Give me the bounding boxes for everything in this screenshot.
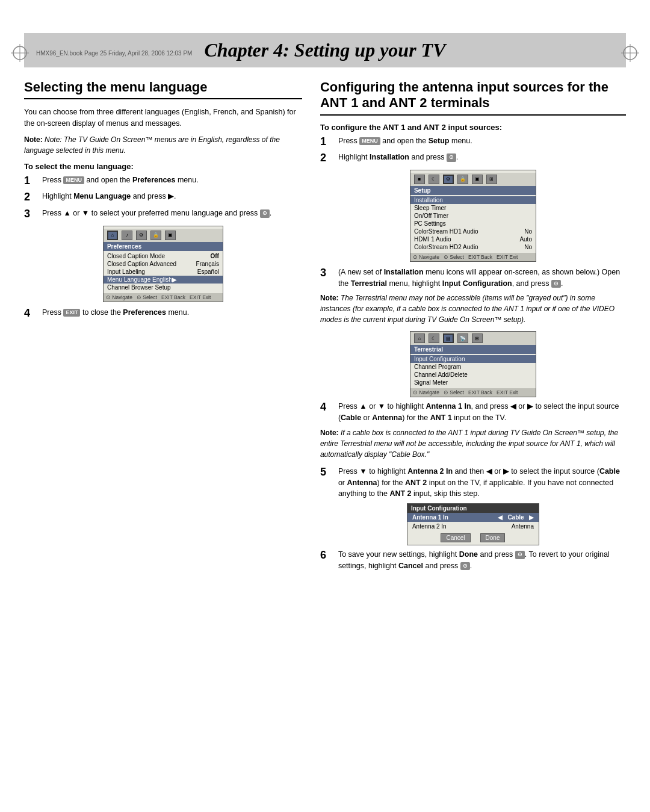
screen-row-4-highlighted: Menu Language English▶ <box>104 276 223 284</box>
s-icon-4: 🔒 <box>457 175 468 184</box>
step-1: 1 Press MENU and open the Preferences me… <box>24 175 302 188</box>
screen-row-2: Closed Caption AdvancedFrançais <box>104 260 223 268</box>
terr-ch-prog: Channel Program <box>410 363 536 371</box>
s-icon-6: ⊞ <box>486 175 497 184</box>
ok-kbd-1: ⊙ <box>260 209 270 218</box>
step-4-num: 4 <box>24 307 37 320</box>
t-icon-2: ☾ <box>429 333 439 343</box>
screen-icon-lock: 🔒 <box>150 231 161 240</box>
menu-kbd: MENU <box>63 176 84 185</box>
two-col-layout: Selecting the menu language You can choo… <box>24 79 626 575</box>
right-step-6-num: 6 <box>320 549 333 562</box>
step4-list: 4 Press EXIT to close the Preferences me… <box>24 307 302 320</box>
setup-row-cs1: ColorStream HD1 AudioNo <box>410 228 536 235</box>
terr-icons-row: ⌂ ☾ ▤ 📡 ⊞ <box>410 332 536 345</box>
step-2: 2 Highlight Menu Language and press ▶. <box>24 191 302 204</box>
step-3-num: 3 <box>24 208 37 221</box>
t-icon-5: ⊞ <box>472 333 483 343</box>
right-step-6-list: 6 To save your new settings, highlight D… <box>320 549 626 572</box>
right-step-3-content: (A new set of Installation menu icons wi… <box>338 267 626 290</box>
step-3: 3 Press ▲ or ▼ to select your preferred … <box>24 208 302 221</box>
terr-title: Terrestrial <box>410 345 536 354</box>
s-icon-5: ▣ <box>472 175 483 184</box>
done-btn: Done <box>480 533 506 542</box>
setup-row-onoff: On/Off Timer <box>410 212 536 220</box>
terr-input-config: Input Configuration <box>410 355 536 363</box>
left-sub-heading: To select the menu language: <box>24 162 302 171</box>
right-note-1: Note: The Terrestrial menu may not be ac… <box>320 293 626 325</box>
corner-mark-tl <box>11 44 29 62</box>
right-step-2-content: Highlight Installation and press ⊙. <box>338 152 626 163</box>
right-note-2: Note: If a cable box is connected to the… <box>320 427 626 460</box>
screen-icon-gear: ⚙ <box>136 231 147 240</box>
terr-nav: ⊙ Navigate ⊙ Select EXIT Back EXIT Exit <box>410 388 536 397</box>
right-step-3: 3 (A new set of Installation menu icons … <box>320 267 626 290</box>
step-1-content: Press MENU and open the Preferences menu… <box>42 175 302 186</box>
input-config-title: Input Configuration <box>407 504 539 513</box>
preferences-screen: ⌂ ♪ ⚙ 🔒 ▣ Preferences Closed Caption Mod… <box>103 226 223 302</box>
right-step-6-content: To save your new settings, highlight Don… <box>338 549 626 572</box>
step-2-content: Highlight Menu Language and press ▶. <box>42 191 302 202</box>
step-4-content: Press EXIT to close the Preferences menu… <box>42 307 302 318</box>
screen-icon-music: ♪ <box>122 231 132 240</box>
t-icon-4: 📡 <box>457 333 468 343</box>
right-step-6: 6 To save your new settings, highlight D… <box>320 549 626 572</box>
right-column: Configuring the antenna input sources fo… <box>320 79 626 575</box>
right-step-4: 4 Press ▲ or ▼ to highlight Antenna 1 In… <box>320 401 626 424</box>
input-config-screen: Input Configuration Antenna 1 In ◀ Cable… <box>407 503 539 545</box>
input-config-btn-row: Cancel Done <box>407 531 539 545</box>
input-config-ant2-row: Antenna 2 In Antenna <box>407 522 539 531</box>
ok-kbd-r6: ⊙ <box>515 551 525 559</box>
right-sub-heading: To configure the ANT 1 and ANT 2 input s… <box>320 123 626 132</box>
setup-icons-row: ■ ☾ ⚙ 🔒 ▣ ⊞ <box>410 173 536 186</box>
right-step-1-num: 1 <box>320 135 333 149</box>
right-section-heading: Configuring the antenna input sources fo… <box>320 79 626 116</box>
ok-kbd-r3: ⊙ <box>551 280 561 288</box>
screen-icon-house: ⌂ <box>107 231 118 240</box>
s-icon-1: ■ <box>414 175 425 184</box>
setup-nav: ⊙ Navigate ⊙ Select EXIT Back EXIT Exit <box>410 253 536 261</box>
setup-row-install: Installation <box>410 196 536 204</box>
setup-row-cs2: ColorStream HD2 AudioNo <box>410 243 536 251</box>
setup-row-pc: PC Settings <box>410 220 536 228</box>
terrestrial-screen: ⌂ ☾ ▤ 📡 ⊞ Terrestrial Input Configuratio… <box>410 331 536 397</box>
step-2-num: 2 <box>24 191 37 204</box>
terr-signal: Signal Meter <box>410 379 536 386</box>
right-step-5-content: Press ▼ to highlight Antenna 2 In and th… <box>338 466 626 500</box>
screen-row-5: Channel Browser Setup <box>104 284 223 291</box>
left-column: Selecting the menu language You can choo… <box>24 79 302 575</box>
left-section-heading: Selecting the menu language <box>24 79 302 99</box>
screen-icon-monitor: ▣ <box>165 231 176 240</box>
input-config-ant1-row: Antenna 1 In ◀ Cable ▶ <box>407 513 539 522</box>
t-icon-1: ⌂ <box>414 333 425 343</box>
s-icon-3: ⚙ <box>443 175 454 184</box>
right-steps-1-2: 1 Press MENU and open the Setup menu. 2 … <box>320 135 626 165</box>
setup-title: Setup <box>410 186 536 195</box>
right-step-5: 5 Press ▼ to highlight Antenna 2 In and … <box>320 466 626 500</box>
step-4: 4 Press EXIT to close the Preferences me… <box>24 307 302 320</box>
screen-nav-prefs: ⊙ Navigate ⊙ Select EXIT Back EXIT Exit <box>104 293 223 302</box>
cancel-btn: Cancel <box>441 533 470 542</box>
right-step-3-num: 3 <box>320 267 333 280</box>
corner-mark-tr <box>621 44 639 62</box>
right-step-4-content: Press ▲ or ▼ to highlight Antenna 1 In, … <box>338 401 626 424</box>
step-1-num: 1 <box>24 175 37 188</box>
right-step-5-num: 5 <box>320 466 333 479</box>
page-wrapper: HMX96_EN.book Page 25 Friday, April 28, … <box>0 33 650 812</box>
right-step-5-list: 5 Press ▼ to highlight Antenna 2 In and … <box>320 466 626 500</box>
right-step-1-content: Press MENU and open the Setup menu. <box>338 135 626 147</box>
screen-row-1: Closed Caption ModeOff <box>104 252 223 260</box>
screen-icons-row: ⌂ ♪ ⚙ 🔒 ▣ <box>104 229 223 242</box>
right-step-2: 2 Highlight Installation and press ⊙. <box>320 152 626 165</box>
setup-row-hdmi: HDMI 1 AudioAuto <box>410 235 536 243</box>
right-step-3-list: 3 (A new set of Installation menu icons … <box>320 267 626 290</box>
t-icon-3: ▤ <box>443 333 454 343</box>
left-steps-list: 1 Press MENU and open the Preferences me… <box>24 175 302 221</box>
right-step-4-num: 4 <box>320 401 333 414</box>
exit-kbd: EXIT <box>63 309 80 317</box>
right-step-2-num: 2 <box>320 152 333 165</box>
screen-title-preferences: Preferences <box>104 242 223 251</box>
left-note: Note: Note: The TV Guide On Screen™ menu… <box>24 134 302 156</box>
top-meta: HMX96_EN.book Page 25 Friday, April 28, … <box>36 50 192 57</box>
screen-row-3: Input LabelingEspañol <box>104 268 223 276</box>
